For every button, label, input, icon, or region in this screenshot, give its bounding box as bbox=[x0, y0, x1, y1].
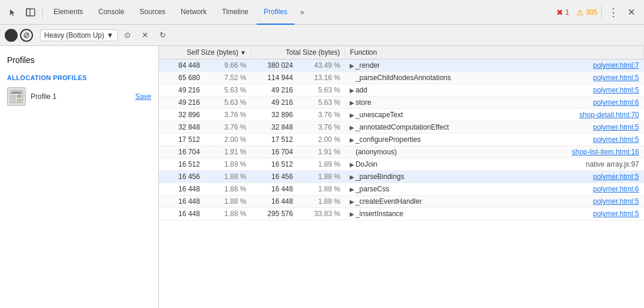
expand-arrow[interactable]: ▶ bbox=[350, 174, 354, 180]
self-size-value: 32 896 bbox=[159, 109, 205, 121]
expand-arrow[interactable]: ▶ bbox=[350, 62, 354, 69]
table-row[interactable]: 65 6807.52 %114 94413.16 % _parseChildNo… bbox=[159, 72, 644, 84]
total-pct-value: 1.91 % bbox=[298, 146, 345, 158]
expand-arrow[interactable]: ▶ bbox=[350, 198, 354, 205]
eye-icon[interactable]: ⊙ bbox=[120, 28, 135, 43]
table-row[interactable]: 16 5121.89 %16 5121.89 %▶DoJoinnative ar… bbox=[159, 158, 644, 171]
cursor-icon[interactable] bbox=[5, 4, 21, 21]
function-cell[interactable]: ▶_parseBindingspolymer.html:5 bbox=[345, 171, 644, 183]
function-cell[interactable]: ▶storepolymer.html:6 bbox=[345, 97, 644, 108]
total-pct-value: 5.63 % bbox=[298, 97, 345, 109]
function-cell[interactable]: ▶_annotatedComputationEffectpolymer.html… bbox=[345, 121, 644, 133]
file-link[interactable]: polymer.html:5 bbox=[593, 86, 639, 94]
header-total-size[interactable]: Total Size (bytes) bbox=[251, 46, 345, 59]
total-size-value: 17 512 bbox=[251, 134, 297, 146]
function-name: ▶_annotatedComputationEffect bbox=[350, 123, 449, 131]
stop-button[interactable] bbox=[20, 29, 33, 42]
right-separator bbox=[601, 6, 602, 19]
expand-arrow[interactable]: ▶ bbox=[350, 112, 354, 118]
tab-elements[interactable]: Elements bbox=[47, 0, 90, 25]
function-cell[interactable]: (anonymous)shop-list-item.html:16 bbox=[345, 146, 644, 158]
view-dropdown[interactable]: Heavy (Bottom Up) ▼ bbox=[40, 29, 118, 41]
sidebar-section-label: ALLOCATION PROFILES bbox=[0, 69, 158, 84]
total-size-value: 295 576 bbox=[251, 208, 297, 220]
total-size-value: 16 448 bbox=[251, 196, 297, 208]
tab-timeline[interactable]: Timeline bbox=[215, 0, 255, 25]
expand-arrow[interactable]: ▶ bbox=[350, 186, 354, 193]
self-size-value: 16 448 bbox=[159, 183, 205, 196]
error-count: 1 bbox=[565, 8, 569, 16]
svg-line-3 bbox=[25, 34, 28, 37]
error-badge: ✖ 1 bbox=[556, 8, 569, 17]
table-row[interactable]: 16 4481.88 %295 57633.83 %▶_insertInstan… bbox=[159, 208, 644, 220]
total-pct-value: 1.88 % bbox=[298, 171, 345, 183]
table-row[interactable]: 49 2165.63 %49 2165.63 %▶storepolymer.ht… bbox=[159, 97, 644, 109]
function-cell[interactable]: _parseChildNodesAnnotationspolymer.html:… bbox=[345, 72, 644, 84]
function-name: ▶DoJoin bbox=[350, 160, 377, 168]
table-row[interactable]: 16 4561.88 %16 4561.88 %▶_parseBindingsp… bbox=[159, 171, 644, 183]
menu-dots-button[interactable]: ⋮ bbox=[605, 4, 622, 21]
table-row[interactable]: 49 2165.63 %49 2165.63 %▶addpolymer.html… bbox=[159, 84, 644, 97]
profile-item[interactable]: Profile 1 Save bbox=[0, 84, 158, 110]
file-link[interactable]: polymer.html:7 bbox=[593, 61, 639, 69]
total-pct-value: 1.89 % bbox=[298, 158, 345, 171]
tab-network[interactable]: Network bbox=[174, 0, 214, 25]
more-tabs[interactable]: » bbox=[296, 0, 309, 25]
function-cell[interactable]: ▶_renderpolymer.html:7 bbox=[345, 59, 644, 71]
svg-rect-8 bbox=[17, 99, 21, 101]
reload-icon[interactable]: ↻ bbox=[155, 28, 171, 43]
table-row[interactable]: 84 4489.66 %380 02443.49 %▶_renderpolyme… bbox=[159, 59, 644, 72]
error-icon: ✖ bbox=[556, 8, 563, 17]
record-button[interactable] bbox=[5, 29, 18, 42]
file-link[interactable]: polymer.html:5 bbox=[593, 74, 639, 82]
profile-save-link[interactable]: Save bbox=[135, 92, 151, 101]
main-content: Profiles ALLOCATION PROFILES Profile 1 S… bbox=[0, 46, 644, 308]
table-row[interactable]: 16 4481.88 %16 4481.88 %▶_createEventHan… bbox=[159, 196, 644, 208]
tab-console[interactable]: Console bbox=[91, 0, 131, 25]
dock-icon[interactable] bbox=[22, 4, 39, 21]
function-cell[interactable]: ▶_insertInstancepolymer.html:5 bbox=[345, 208, 644, 220]
function-cell[interactable]: ▶_unescapeTextshop-detail.html:70 bbox=[345, 109, 644, 121]
svg-rect-1 bbox=[26, 9, 30, 16]
file-link[interactable]: polymer.html:5 bbox=[593, 210, 639, 218]
header-self-size[interactable]: Self Size (bytes) ▼ bbox=[159, 46, 251, 59]
warn-count: 305 bbox=[586, 8, 597, 16]
expand-arrow[interactable]: ▶ bbox=[350, 161, 354, 168]
function-cell[interactable]: ▶_createEventHandlerpolymer.html:5 bbox=[345, 196, 644, 207]
total-pct-value: 43.49 % bbox=[298, 59, 345, 72]
expand-arrow[interactable]: ▶ bbox=[350, 100, 354, 106]
file-link[interactable]: polymer.html:5 bbox=[593, 197, 639, 206]
self-size-value: 16 448 bbox=[159, 208, 205, 220]
clear-icon[interactable]: ✕ bbox=[138, 28, 153, 43]
file-link[interactable]: polymer.html:5 bbox=[593, 123, 639, 131]
tab-sources[interactable]: Sources bbox=[132, 0, 172, 25]
file-link[interactable]: polymer.html:5 bbox=[593, 173, 639, 181]
function-cell[interactable]: ▶addpolymer.html:5 bbox=[345, 84, 644, 96]
file-link[interactable]: polymer.html:6 bbox=[593, 185, 639, 193]
total-size-value: 16 704 bbox=[251, 146, 297, 158]
table-row[interactable]: 17 5122.00 %17 5122.00 %▶_configurePrope… bbox=[159, 134, 644, 146]
tab-profiles[interactable]: Profiles bbox=[257, 0, 294, 25]
self-pct-value: 1.88 % bbox=[205, 208, 251, 220]
total-pct-value: 5.63 % bbox=[298, 84, 345, 97]
file-link[interactable]: shop-list-item.html:16 bbox=[572, 148, 639, 156]
file-link[interactable]: polymer.html:6 bbox=[593, 98, 639, 107]
function-cell[interactable]: ▶_configurePropertiespolymer.html:5 bbox=[345, 134, 644, 145]
file-link[interactable]: shop-detail.html:70 bbox=[579, 111, 639, 119]
svg-rect-6 bbox=[12, 95, 16, 101]
close-button[interactable]: ✕ bbox=[623, 4, 639, 21]
file-link[interactable]: polymer.html:5 bbox=[593, 135, 639, 144]
self-pct-value: 9.66 % bbox=[205, 59, 251, 72]
function-cell[interactable]: ▶_parseCsspolymer.html:6 bbox=[345, 183, 644, 195]
function-cell[interactable]: ▶DoJoinnative array.js:97 bbox=[345, 158, 644, 170]
function-name: ▶_createEventHandler bbox=[350, 197, 422, 206]
expand-arrow[interactable]: ▶ bbox=[350, 124, 354, 131]
function-name: ▶_parseBindings bbox=[350, 173, 404, 181]
table-row[interactable]: 32 8963.76 %32 8963.76 %▶_unescapeTextsh… bbox=[159, 109, 644, 121]
expand-arrow[interactable]: ▶ bbox=[350, 87, 354, 94]
expand-arrow[interactable]: ▶ bbox=[350, 211, 354, 217]
table-row[interactable]: 16 7041.91 %16 7041.91 % (anonymous)shop… bbox=[159, 146, 644, 158]
table-row[interactable]: 16 4481.88 %16 4481.88 %▶_parseCsspolyme… bbox=[159, 183, 644, 196]
expand-arrow[interactable]: ▶ bbox=[350, 137, 354, 143]
table-row[interactable]: 32 8483.76 %32 8483.76 %▶_annotatedCompu… bbox=[159, 121, 644, 134]
